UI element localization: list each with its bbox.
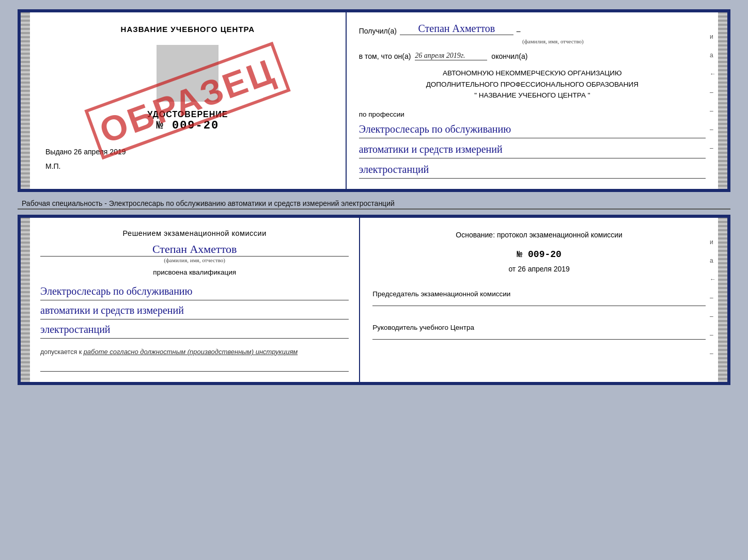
vydano-label: Выдано xyxy=(45,148,72,156)
specialty-label: Рабочая специальность - Электрослесарь п… xyxy=(18,197,730,210)
vtom-label: в том, что он(а) xyxy=(359,52,411,60)
bottom-doc-left: Решением экзаменационной комиссии Степан… xyxy=(30,218,360,382)
qual-line2: автоматики и средств измерений xyxy=(40,301,349,319)
rukov-label: Руководитель учебного Центра xyxy=(372,323,706,333)
top-doc-right: Получил(а) Степан Ахметтов – (фамилия, и… xyxy=(347,12,718,189)
commission-title: Решением экзаменационной комиссии xyxy=(40,229,349,237)
profession-line3: электростанций xyxy=(359,161,706,179)
profession-block: по профессии Электрослесарь по обслужива… xyxy=(359,110,706,179)
right-side-markers-top: и а ← – – – – xyxy=(710,33,716,152)
poluchil-label: Получил(а) xyxy=(359,27,397,35)
org-line2: ДОПОЛНИТЕЛЬНОГО ПРОФЕССИОНАЛЬНОГО ОБРАЗО… xyxy=(359,79,706,90)
person-block: Степан Ахметтов (фамилия, имя, отчество) xyxy=(40,243,349,263)
vtom-date: 26 апреля 2019г. xyxy=(415,52,487,60)
profession-line2: автоматики и средств измерений xyxy=(359,140,706,158)
org-line3: " НАЗВАНИЕ УЧЕБНОГО ЦЕНТРА " xyxy=(359,90,706,101)
profession-line1: Электрослесарь по обслуживанию xyxy=(359,120,706,138)
okonchil-label: окончил(а) xyxy=(491,52,527,60)
fio-sub-top: (фамилия, имя, отчество) xyxy=(359,38,706,44)
qualification-block: Электрослесарь по обслуживанию автоматик… xyxy=(40,281,349,339)
right-binding-pattern-top xyxy=(718,12,727,189)
ot-date-block: от 26 апреля 2019 xyxy=(372,263,706,276)
po-professii: по профессии xyxy=(359,110,404,118)
right-binding-pattern-bottom xyxy=(718,218,727,382)
rukov-sig-line xyxy=(372,339,706,340)
dopuskaetsya-text: работе согласно должностным (производств… xyxy=(84,348,298,356)
org-line1: АВТОНОМНУЮ НЕКОММЕРЧЕСКУЮ ОРГАНИЗАЦИЮ xyxy=(359,68,706,79)
qual-line3: электростанций xyxy=(40,321,349,339)
osnov-block: Основание: протокол экзаменационной коми… xyxy=(372,229,706,276)
ot-date: 26 апреля 2019 xyxy=(518,265,570,273)
chairman-sig-line xyxy=(372,306,706,306)
udost-title: УДОСТОВЕРЕНИЕ xyxy=(147,110,228,119)
dopuskaetsya-block: допускается к работе согласно должностны… xyxy=(40,348,349,356)
ot-label: от xyxy=(508,265,516,273)
top-doc-left: НАЗВАНИЕ УЧЕБНОГО ЦЕНТРА УДОСТОВЕРЕНИЕ №… xyxy=(30,12,347,189)
bottom-doc-right: Основание: протокол экзаменационной коми… xyxy=(360,218,718,382)
chairman-label: Председатель экзаменационной комиссии xyxy=(372,289,706,299)
photo-placeholder xyxy=(157,45,219,102)
fio-sub-bottom: (фамилия, имя, отчество) xyxy=(40,257,349,263)
left-binding-pattern-bottom xyxy=(21,218,30,382)
vydano-block: Выдано 26 апреля 2019 xyxy=(40,148,126,156)
mp-label: М.П. xyxy=(45,162,61,170)
poluchil-name: Степан Ахметтов xyxy=(400,23,513,35)
vydano-date: 26 апреля 2019 xyxy=(74,148,126,156)
top-document: НАЗВАНИЕ УЧЕБНОГО ЦЕНТРА УДОСТОВЕРЕНИЕ №… xyxy=(18,9,730,192)
rukov-block: Руководитель учебного Центра xyxy=(372,323,706,340)
receive-line: Получил(а) Степан Ахметтов – xyxy=(359,23,706,35)
dopuskaetsya-label: допускается к xyxy=(40,348,82,356)
vtom-line: в том, что он(а) 26 апреля 2019г. окончи… xyxy=(359,52,706,60)
udost-block: УДОСТОВЕРЕНИЕ № 009-20 xyxy=(147,110,228,132)
left-binding-pattern xyxy=(21,12,30,189)
right-side-markers-bottom: и а ← – – – – xyxy=(710,238,716,357)
chairman-block: Председатель экзаменационной комиссии xyxy=(372,289,706,306)
udost-num: № 009-20 xyxy=(147,119,228,132)
mp-block: М.П. xyxy=(40,162,61,170)
signature-line-left xyxy=(40,371,349,372)
osnov-label: Основание: протокол экзаменационной коми… xyxy=(372,229,706,242)
person-name: Степан Ахметтов xyxy=(40,243,349,257)
protocol-num: № 009-20 xyxy=(372,247,706,263)
org-block: АВТОНОМНУЮ НЕКОММЕРЧЕСКУЮ ОРГАНИЗАЦИЮ ДО… xyxy=(359,68,706,101)
qual-line1: Электрослесарь по обслуживанию xyxy=(40,282,349,300)
prisvoena-label: присвоена квалификация xyxy=(40,268,349,276)
bottom-document: Решением экзаменационной комиссии Степан… xyxy=(18,215,730,385)
school-title-top: НАЗВАНИЕ УЧЕБНОГО ЦЕНТРА xyxy=(121,25,255,34)
